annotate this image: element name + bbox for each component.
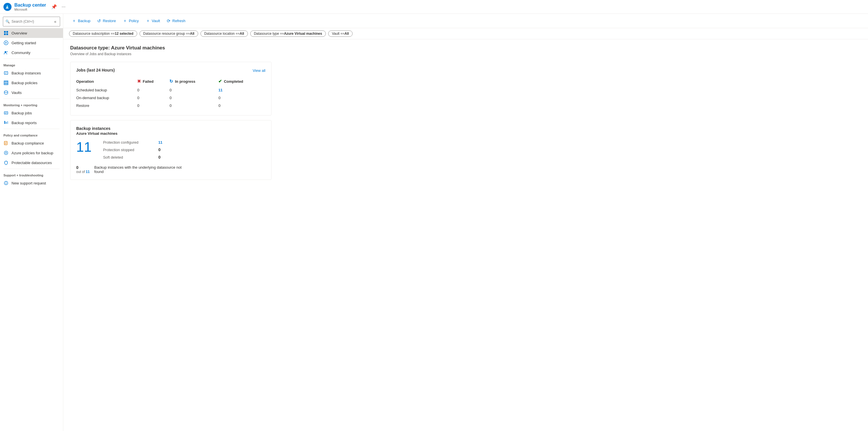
page-content: Datasource type: Azure Virtual machines … xyxy=(63,39,868,431)
svg-point-7 xyxy=(7,51,8,52)
page-subtitle: Overview of Jobs and Backup instances xyxy=(70,52,861,56)
sidebar-item-label: Backup instances xyxy=(11,71,41,75)
stat-label: Protection configured xyxy=(103,140,155,144)
sidebar-item-community[interactable]: Community xyxy=(0,48,63,58)
filter-resource-group[interactable]: Datasource resource group == All xyxy=(140,30,198,37)
sidebar-item-new-support[interactable]: New support request xyxy=(0,178,63,188)
backup-stat-row: Protection stopped 0 xyxy=(103,147,162,152)
svg-rect-17 xyxy=(7,121,8,124)
toolbar: ＋ Backup ↺ Restore ＋ Policy ＋ Vault ⟳ Re… xyxy=(63,14,868,28)
inprogress-icon: ↻ xyxy=(169,79,173,84)
app-title: Backup center xyxy=(14,2,46,8)
sidebar-item-backup-jobs[interactable]: Backup jobs xyxy=(0,108,63,118)
sidebar-item-getting-started[interactable]: Getting started xyxy=(0,38,63,48)
search-input[interactable] xyxy=(11,20,50,24)
sidebar-item-overview[interactable]: Overview xyxy=(0,28,63,38)
backup-instances-subtitle: Azure Virtual machines xyxy=(76,131,266,136)
sidebar-item-label: Backup policies xyxy=(11,81,37,85)
backup-button[interactable]: ＋ Backup xyxy=(69,16,93,25)
divider-monitoring xyxy=(3,99,60,99)
backup-compliance-icon xyxy=(3,140,9,146)
filter-subscription[interactable]: Datasource subscription == 12 selected xyxy=(69,30,137,37)
filter-bar: Datasource subscription == 12 selected D… xyxy=(63,28,868,39)
sidebar-collapse-button[interactable]: « xyxy=(53,18,58,25)
backup-stat-row: Soft deleted 0 xyxy=(103,155,162,160)
sidebar-section-manage: Manage xyxy=(0,60,63,68)
svg-rect-23 xyxy=(6,183,6,184)
refresh-button[interactable]: ⟳ Refresh xyxy=(164,17,188,25)
stat-label: Soft deleted xyxy=(103,155,155,160)
policy-button[interactable]: ＋ Policy xyxy=(120,16,142,25)
col-completed: ✔ Completed xyxy=(218,77,266,86)
jobs-card-header: Jobs (last 24 Hours) View all xyxy=(76,68,266,73)
svg-rect-13 xyxy=(6,83,7,84)
backup-instances-card-title: Backup instances xyxy=(76,126,266,131)
filter-location[interactable]: Datasource location == All xyxy=(200,30,248,37)
backup-instances-icon xyxy=(3,70,9,75)
jobs-card: Jobs (last 24 Hours) View all Operation … xyxy=(70,62,272,115)
completed-icon: ✔ xyxy=(218,79,222,84)
plus-icon: ＋ xyxy=(72,18,76,24)
sidebar-item-vaults[interactable]: Vaults xyxy=(0,88,63,97)
filter-datasource-type[interactable]: Datasource type == Azure Virtual machine… xyxy=(250,30,326,37)
sidebar-item-label: Getting started xyxy=(11,41,36,45)
sidebar-section-support: Support + troubleshooting xyxy=(0,170,63,178)
sidebar-item-backup-policies[interactable]: Backup policies xyxy=(0,78,63,88)
table-row: Scheduled backup 0 0 11 xyxy=(76,86,266,94)
svg-rect-10 xyxy=(5,81,6,82)
more-button[interactable]: ··· xyxy=(60,4,66,10)
sidebar-item-backup-reports[interactable]: Backup reports xyxy=(0,118,63,128)
sidebar-item-label: Protectable datasources xyxy=(11,161,52,165)
sidebar-item-azure-policies[interactable]: Azure policies for backup xyxy=(0,148,63,158)
filter-vault[interactable]: Vault == All xyxy=(328,30,352,37)
app-logo xyxy=(3,3,11,11)
sidebar-item-label: Backup compliance xyxy=(11,141,44,145)
svg-point-22 xyxy=(6,182,6,183)
backup-stats: Protection configured 11 Protection stop… xyxy=(103,140,162,160)
svg-point-14 xyxy=(4,91,8,93)
completed-cell: 0 xyxy=(218,94,266,102)
sidebar: 🔍 « Overview Getting started Community M… xyxy=(0,14,63,431)
sidebar-item-backup-instances[interactable]: Backup instances xyxy=(0,68,63,78)
backup-instances-body: 11 Protection configured 11 Protection s… xyxy=(76,140,266,160)
completed-cell[interactable]: 11 xyxy=(218,86,266,94)
jobs-card-title: Jobs (last 24 Hours) xyxy=(76,68,115,72)
sidebar-item-protectable[interactable]: Protectable datasources xyxy=(0,158,63,167)
backup-bottom-out: out of 11 xyxy=(76,170,90,174)
backup-bottom-number: 0 xyxy=(76,165,90,170)
failed-cell: 0 xyxy=(137,86,169,94)
sidebar-item-label: New support request xyxy=(11,181,46,185)
vaults-icon xyxy=(3,90,9,95)
col-in-progress: ↻ In progress xyxy=(169,77,218,86)
divider-policy xyxy=(3,129,60,129)
table-row: On-demand backup 0 0 0 xyxy=(76,94,266,102)
svg-rect-2 xyxy=(6,31,8,33)
backup-instances-bottom: 0 out of 11 Backup instances with the un… xyxy=(76,165,266,174)
sidebar-item-label: Community xyxy=(11,51,30,55)
svg-rect-4 xyxy=(6,33,8,35)
divider-manage xyxy=(3,59,60,59)
failed-icon: ✖ xyxy=(137,79,141,84)
sidebar-item-backup-compliance[interactable]: Backup compliance xyxy=(0,138,63,148)
plus-icon-policy: ＋ xyxy=(123,18,127,24)
sidebar-item-label: Overview xyxy=(11,31,27,35)
svg-rect-3 xyxy=(4,33,6,35)
pin-button[interactable]: 📌 xyxy=(50,3,58,10)
sidebar-search-box[interactable]: 🔍 « xyxy=(3,16,60,27)
failed-cell: 0 xyxy=(137,94,169,102)
sidebar-item-label: Backup reports xyxy=(11,121,36,125)
overview-icon xyxy=(3,30,9,36)
backup-policies-icon xyxy=(3,80,9,85)
backup-out-link[interactable]: 11 xyxy=(86,170,89,174)
vault-button[interactable]: ＋ Vault xyxy=(143,16,163,25)
main-layout: 🔍 « Overview Getting started Community M… xyxy=(0,14,868,431)
backup-bottom-desc: Backup instances with the underlying dat… xyxy=(94,165,186,174)
stat-value[interactable]: 11 xyxy=(158,140,162,144)
svg-point-20 xyxy=(5,152,7,154)
sidebar-section-policy: Policy and compliance xyxy=(0,130,63,138)
op-cell: Restore xyxy=(76,102,137,109)
azure-policies-icon xyxy=(3,150,9,156)
restore-button[interactable]: ↺ Restore xyxy=(94,17,119,25)
view-all-link[interactable]: View all xyxy=(252,68,266,73)
svg-rect-16 xyxy=(6,122,7,124)
